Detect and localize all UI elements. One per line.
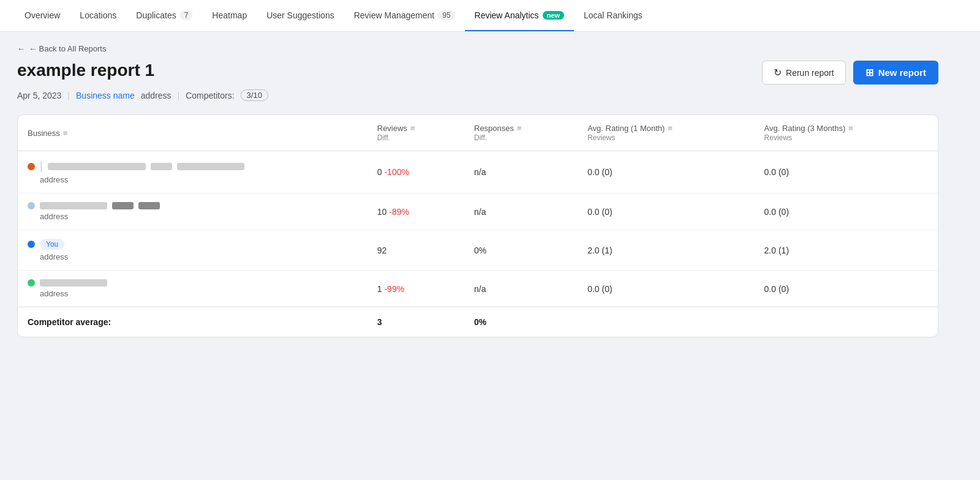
- avg1m-cell-2: 2.0 (1): [578, 230, 754, 271]
- reviews-count: 0: [377, 167, 385, 177]
- rerun-label: Rerun report: [786, 68, 834, 78]
- rerun-button[interactable]: ↻ Rerun report: [762, 61, 846, 84]
- business-cell-2: Youaddress: [18, 230, 368, 271]
- redacted-name: [40, 202, 107, 209]
- business-dot: [28, 163, 35, 170]
- nav-item-review-management[interactable]: Review Management95: [344, 0, 465, 31]
- responses-cell-2: 0%: [464, 230, 578, 271]
- footer-responses: 0%: [464, 307, 578, 337]
- reviews-cell-2: 92: [368, 230, 464, 271]
- business-dot: [28, 202, 35, 209]
- nav-label: Local Rankings: [584, 10, 643, 20]
- table-row: Youaddress92 0%2.0 (1)2.0 (1): [18, 230, 938, 271]
- reviews-count: 1: [377, 284, 385, 294]
- col-reviews-label: Reviews: [377, 124, 407, 133]
- avg3m-cell-2: 2.0 (1): [755, 230, 938, 271]
- nav-label: Heatmap: [212, 10, 247, 20]
- reviews-cell-0: 0 -100%: [368, 151, 464, 193]
- nav-badge: 95: [438, 10, 454, 20]
- reviews-count: 10: [377, 207, 389, 217]
- table-row: |address0 -100%n/a0.0 (0)0.0 (0): [18, 151, 938, 193]
- nav-item-duplicates[interactable]: Duplicates7: [126, 0, 202, 31]
- nav-label: Review Management: [354, 10, 435, 20]
- nav-label: Overview: [24, 10, 60, 20]
- business-dot: [28, 279, 35, 287]
- col-header-responses: Responses ≡ Diff.: [464, 115, 578, 151]
- reviews-diff: -99%: [384, 284, 404, 294]
- nav-label: Review Analytics: [475, 10, 539, 20]
- avg3m-cell-0: 0.0 (0): [755, 151, 938, 193]
- reviews-diff: -89%: [389, 207, 409, 217]
- business-address: address: [28, 252, 358, 261]
- business-cell-0: |address: [18, 151, 368, 193]
- avg3m-cell-1: 0.0 (0): [755, 193, 938, 230]
- table-row: address10 -89%n/a0.0 (0)0.0 (0): [18, 193, 938, 230]
- report-header: example report 1 ↻ Rerun report ⊞ New re…: [17, 61, 938, 84]
- nav-badge: new: [543, 11, 564, 20]
- competitors-label: Competitors:: [186, 91, 234, 100]
- business-address: address: [28, 289, 358, 298]
- nav-label: Locations: [80, 10, 116, 20]
- table-header-row: Business ≡ Reviews ≡ Diff. Responses: [18, 115, 938, 151]
- top-navigation: OverviewLocationsDuplicates7HeatmapUser …: [0, 0, 980, 32]
- business-address: address: [28, 175, 358, 184]
- back-arrow-icon: ←: [17, 44, 25, 53]
- nav-item-heatmap[interactable]: Heatmap: [202, 0, 257, 31]
- responses-cell-0: n/a: [464, 151, 578, 193]
- col-avg1m-sub: Reviews: [587, 133, 744, 142]
- redacted-name: [151, 163, 172, 170]
- responses-cell-3: n/a: [464, 271, 578, 307]
- reviews-cell-1: 10 -89%: [368, 193, 464, 230]
- col-avg3m-label: Avg. Rating (3 Months): [764, 124, 846, 133]
- avg1m-cell-0: 0.0 (0): [578, 151, 754, 193]
- report-actions: ↻ Rerun report ⊞ New report: [762, 61, 938, 84]
- avg1m-cell-1: 0.0 (0): [578, 193, 754, 230]
- competitor-average-row: Competitor average: 3 0%: [18, 307, 938, 337]
- report-date: Apr 5, 2023: [17, 91, 61, 100]
- nav-item-local-rankings[interactable]: Local Rankings: [574, 0, 652, 31]
- nav-item-overview[interactable]: Overview: [15, 0, 70, 31]
- nav-label: User Suggestions: [266, 10, 334, 20]
- responses-filter-icon[interactable]: ≡: [517, 124, 522, 133]
- redacted-name: [40, 279, 107, 287]
- new-report-button[interactable]: ⊞ New report: [853, 61, 938, 84]
- redacted-name: [112, 202, 134, 209]
- avg1m-cell-3: 0.0 (0): [578, 271, 754, 307]
- new-report-label: New report: [878, 67, 926, 78]
- back-link[interactable]: ← ← Back to All Reports: [17, 44, 938, 53]
- you-badge: You: [40, 239, 64, 250]
- business-address: address: [28, 212, 358, 221]
- avg3m-filter-icon[interactable]: ≡: [848, 124, 853, 133]
- nav-badge: 7: [180, 10, 193, 20]
- redacted-name: [138, 202, 160, 209]
- business-name[interactable]: Business name: [76, 91, 135, 100]
- col-business-label: Business: [28, 129, 60, 138]
- reviews-filter-icon[interactable]: ≡: [410, 124, 415, 133]
- competitors-badge: 3/10: [241, 89, 268, 101]
- col-responses-sub: Diff.: [474, 133, 568, 142]
- redacted-sep: |: [40, 160, 43, 173]
- col-responses-label: Responses: [474, 124, 514, 133]
- footer-label: Competitor average:: [18, 307, 368, 337]
- footer-reviews: 3: [368, 307, 464, 337]
- data-table: Business ≡ Reviews ≡ Diff. Responses: [17, 114, 938, 337]
- col-avg3m-sub: Reviews: [764, 133, 928, 142]
- report-title: example report 1: [17, 61, 154, 80]
- business-filter-icon[interactable]: ≡: [63, 129, 68, 138]
- new-report-icon: ⊞: [865, 67, 873, 78]
- rerun-icon: ↻: [774, 67, 782, 78]
- page-content: ← ← Back to All Reports example report 1…: [0, 32, 956, 350]
- col-header-avg3m: Avg. Rating (3 Months) ≡ Reviews: [755, 115, 938, 151]
- nav-item-review-analytics[interactable]: Review Analyticsnew: [465, 0, 574, 31]
- redacted-name: [48, 163, 146, 170]
- avg1m-filter-icon[interactable]: ≡: [668, 124, 673, 133]
- responses-cell-1: n/a: [464, 193, 578, 230]
- nav-item-locations[interactable]: Locations: [70, 0, 126, 31]
- reviews-count: 92: [377, 246, 387, 255]
- address-label: address: [141, 91, 172, 100]
- col-header-reviews: Reviews ≡ Diff.: [368, 115, 464, 151]
- avg3m-cell-3: 0.0 (0): [755, 271, 938, 307]
- nav-item-user-suggestions[interactable]: User Suggestions: [257, 0, 344, 31]
- reviews-diff: -100%: [384, 167, 409, 177]
- table-row: address1 -99%n/a0.0 (0)0.0 (0): [18, 271, 938, 307]
